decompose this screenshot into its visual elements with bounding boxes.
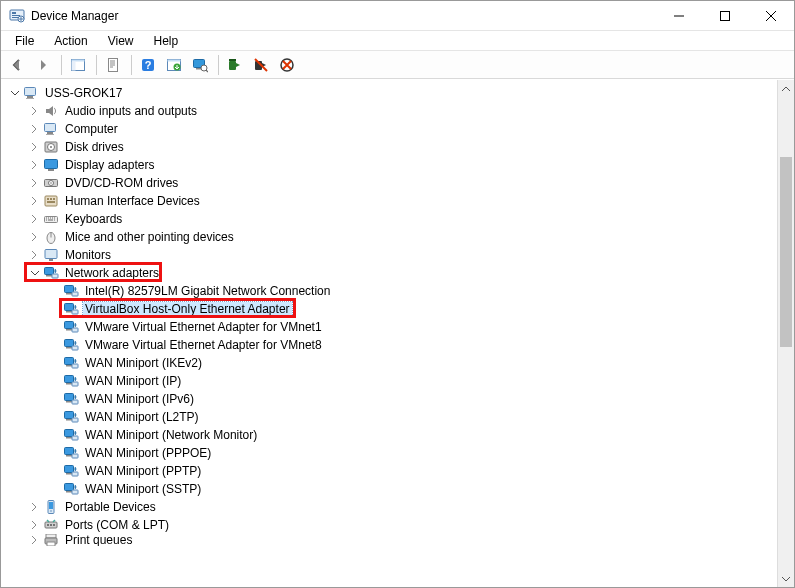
chevron-down-icon[interactable] (29, 268, 43, 278)
chevron-right-icon[interactable] (29, 214, 43, 224)
network-icon (63, 445, 79, 461)
chevron-right-icon[interactable] (29, 250, 43, 260)
scroll-thumb[interactable] (780, 157, 792, 347)
tree-item-label: Audio inputs and outputs (63, 104, 199, 118)
menubar: File Action View Help (1, 31, 794, 51)
tree-item-virtualbox-host-only-ethernet-adapter[interactable]: VirtualBox Host-Only Ethernet Adapter (5, 300, 777, 318)
svg-rect-22 (25, 88, 36, 96)
tree-item-label: Mice and other pointing devices (63, 230, 236, 244)
svg-rect-47 (52, 274, 58, 278)
minimize-button[interactable] (656, 1, 702, 31)
network-icon (63, 391, 79, 407)
tree-item-label: WAN Miniport (IP) (83, 374, 183, 388)
svg-rect-2 (12, 15, 20, 16)
svg-rect-24 (26, 98, 34, 99)
update-driver-button[interactable] (162, 53, 186, 77)
minimize-icon (674, 11, 684, 21)
tree-item-computer[interactable]: Computer (5, 120, 777, 138)
scroll-track[interactable] (778, 97, 794, 570)
tree-item-audio-inputs-and-outputs[interactable]: Audio inputs and outputs (5, 102, 777, 120)
chevron-right-icon[interactable] (29, 106, 43, 116)
enable-device-button[interactable] (223, 53, 247, 77)
scroll-down-button[interactable] (778, 570, 794, 587)
chevron-down-icon[interactable] (9, 88, 23, 98)
tree-item-vmware-virtual-ethernet-adapter-for-vmnet8[interactable]: VMware Virtual Ethernet Adapter for VMne… (5, 336, 777, 354)
device-tree[interactable]: USS-GROK17Audio inputs and outputsComput… (1, 80, 777, 587)
svg-rect-83 (72, 490, 78, 494)
tree-item-dvd-cd-rom-drives[interactable]: DVD/CD-ROM drives (5, 174, 777, 192)
tree-item-mice-and-other-pointing-devices[interactable]: Mice and other pointing devices (5, 228, 777, 246)
tree-item-label: USS-GROK17 (43, 86, 124, 100)
tree-item-wan-miniport-ipv6[interactable]: WAN Miniport (IPv6) (5, 390, 777, 408)
disable-device-button[interactable] (249, 53, 273, 77)
svg-rect-85 (49, 502, 53, 509)
svg-rect-23 (27, 96, 33, 98)
tree-item-monitors[interactable]: Monitors (5, 246, 777, 264)
tree-item-vmware-virtual-ethernet-adapter-for-vmnet1[interactable]: VMware Virtual Ethernet Adapter for VMne… (5, 318, 777, 336)
scan-hardware-button[interactable] (188, 53, 212, 77)
menu-action[interactable]: Action (46, 33, 95, 49)
chevron-right-icon[interactable] (29, 124, 43, 134)
chevron-right-icon[interactable] (29, 196, 43, 206)
chevron-right-icon[interactable] (29, 535, 43, 545)
menu-file[interactable]: File (7, 33, 42, 49)
svg-rect-82 (66, 491, 72, 493)
menu-help[interactable]: Help (146, 33, 187, 49)
svg-rect-39 (53, 198, 55, 200)
svg-rect-5 (721, 11, 730, 20)
tree-item-portable-devices[interactable]: Portable Devices (5, 498, 777, 516)
tree-item-wan-miniport-network-monitor[interactable]: WAN Miniport (Network Monitor) (5, 426, 777, 444)
svg-rect-53 (72, 310, 78, 314)
chevron-right-icon[interactable] (29, 502, 43, 512)
tree-item-network-adapters[interactable]: Network adapters (5, 264, 777, 282)
chevron-right-icon[interactable] (29, 178, 43, 188)
svg-rect-65 (72, 382, 78, 386)
help-button[interactable]: ? (136, 53, 160, 77)
svg-rect-44 (49, 259, 53, 261)
tree-item-label: WAN Miniport (PPPOE) (83, 446, 213, 460)
chevron-right-icon[interactable] (29, 160, 43, 170)
tree-item-wan-miniport-sstp[interactable]: WAN Miniport (SSTP) (5, 480, 777, 498)
show-hide-tree-button[interactable] (66, 53, 90, 77)
toolbar: ? (1, 51, 794, 79)
tree-item-print-queues[interactable]: Print queues (5, 534, 777, 546)
tree-item-wan-miniport-ip[interactable]: WAN Miniport (IP) (5, 372, 777, 390)
update-icon (166, 57, 182, 73)
svg-rect-76 (66, 455, 72, 457)
scroll-up-button[interactable] (778, 80, 794, 97)
display-icon (43, 157, 59, 173)
tree-item-wan-miniport-pptp[interactable]: WAN Miniport (PPTP) (5, 462, 777, 480)
tree-item-label: WAN Miniport (IPv6) (83, 392, 196, 406)
tree-item-ports-com-lpt[interactable]: Ports (COM & LPT) (5, 516, 777, 534)
chevron-right-icon[interactable] (29, 520, 43, 530)
svg-rect-48 (65, 286, 74, 293)
svg-rect-62 (72, 364, 78, 368)
svg-rect-56 (72, 328, 78, 332)
network-icon (63, 373, 79, 389)
disk-icon (43, 139, 59, 155)
tree-item-disk-drives[interactable]: Disk drives (5, 138, 777, 156)
svg-rect-37 (47, 198, 49, 200)
uninstall-device-button[interactable] (275, 53, 299, 77)
tree-item-intel-r-82579lm-gigabit-network-connection[interactable]: Intel(R) 82579LM Gigabit Network Connect… (5, 282, 777, 300)
maximize-button[interactable] (702, 1, 748, 31)
properties-button[interactable] (101, 53, 125, 77)
chevron-right-icon[interactable] (29, 142, 43, 152)
tree-item-display-adapters[interactable]: Display adapters (5, 156, 777, 174)
back-button[interactable] (5, 53, 29, 77)
vertical-scrollbar[interactable] (777, 80, 794, 587)
tree-item-uss-grok17[interactable]: USS-GROK17 (5, 84, 777, 102)
forward-button[interactable] (31, 53, 55, 77)
tree-item-human-interface-devices[interactable]: Human Interface Devices (5, 192, 777, 210)
tree-item-wan-miniport-ikev2[interactable]: WAN Miniport (IKEv2) (5, 354, 777, 372)
svg-rect-25 (45, 124, 56, 132)
chevron-right-icon[interactable] (29, 232, 43, 242)
titlebar: Device Manager (1, 1, 794, 31)
close-icon (766, 11, 776, 21)
menu-view[interactable]: View (100, 33, 142, 49)
close-button[interactable] (748, 1, 794, 31)
tree-item-keyboards[interactable]: Keyboards (5, 210, 777, 228)
tree-item-label: Portable Devices (63, 500, 158, 514)
tree-item-wan-miniport-pppoe[interactable]: WAN Miniport (PPPOE) (5, 444, 777, 462)
tree-item-wan-miniport-l2tp[interactable]: WAN Miniport (L2TP) (5, 408, 777, 426)
